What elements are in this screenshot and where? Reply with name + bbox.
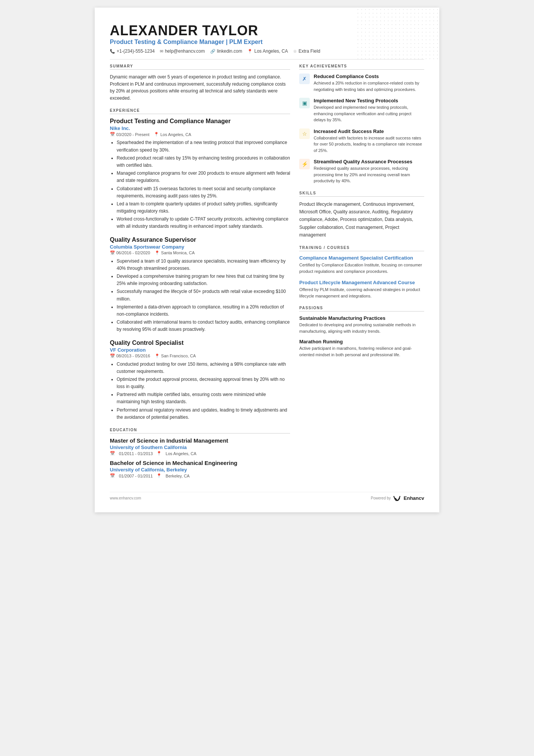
passion-item-1: Sustainable Manufacturing Practices Dedi… — [299, 315, 424, 334]
passion-desc-1: Dedicated to developing and promoting su… — [299, 322, 424, 334]
bullet-1-2: Reduced product recall rates by 15% by e… — [117, 155, 290, 169]
training-item-2: Product Lifecycle Management Advanced Co… — [299, 280, 424, 299]
brand-name: Enhancv — [404, 495, 424, 501]
calendar-icon-3: 📅 — [110, 354, 115, 358]
job-title-1: Product Testing and Compliance Manager — [110, 118, 290, 125]
achievement-icon-2: ▣ — [299, 98, 310, 108]
training-desc-1: Certified by Compliance Education Instit… — [299, 262, 424, 274]
education-label: EDUCATION — [110, 428, 290, 434]
calendar-icon-1: 📅 — [110, 132, 115, 137]
contact-website: 🔗 linkedin.com — [210, 49, 242, 54]
bullet-3-2: Optimized the product approval process, … — [117, 376, 290, 390]
training-title-2: Product Lifecycle Management Advanced Co… — [299, 280, 424, 285]
pin-icon-2: 📍 — [155, 250, 160, 255]
experience-label: EXPERIENCE — [110, 108, 290, 114]
header-divider — [110, 59, 424, 59]
job-location-3: 📍 San Francisco, CA — [155, 354, 196, 358]
achievement-text-2: Implemented New Testing Protocols Develo… — [314, 98, 424, 123]
location-icon: 📍 — [247, 49, 253, 54]
bullet-2-2: Developed a comprehensive training progr… — [117, 273, 290, 287]
achievement-desc-3: Collaborated with factories to increase … — [314, 135, 424, 154]
edu-meta-2: 📅 01/2007 - 01/2011 📍 Berkeley, CA — [110, 473, 290, 478]
job-bullets-1: Spearheaded the implementation of a new … — [110, 139, 290, 230]
job-meta-3: 📅 08/2013 - 05/2016 📍 San Francisco, CA — [110, 354, 290, 358]
edu-pin-icon-1: 📍 — [156, 451, 162, 456]
edu-cal-icon-2: 📅 — [110, 473, 115, 478]
experience-section: EXPERIENCE Product Testing and Complianc… — [110, 108, 290, 421]
location-text: Los Angeles, CA — [254, 49, 288, 54]
edu-school-2: University of California, Berkeley — [110, 467, 290, 473]
achievement-3: ☆ Increased Audit Success Rate Collabora… — [299, 128, 424, 154]
bullet-2-5: Collaborated with international teams to… — [117, 319, 290, 333]
candidate-title: Product Testing & Compliance Manager | P… — [110, 39, 424, 45]
edu-block-1: Master of Science in Industrial Manageme… — [110, 437, 290, 456]
bullet-2-1: Supervised a team of 10 quality assuranc… — [117, 258, 290, 272]
training-title-1: Compliance Management Specialist Certifi… — [299, 255, 424, 261]
job-block-2: Quality Assurance Supervisor Columbia Sp… — [110, 236, 290, 333]
achievement-title-3: Increased Audit Success Rate — [314, 128, 424, 134]
job-bullets-2: Supervised a team of 10 quality assuranc… — [110, 258, 290, 333]
training-section: TRAINING / COURSES Compliance Management… — [299, 246, 424, 299]
header: ALEXANDER TAYLOR Product Testing & Compl… — [110, 23, 424, 54]
achievement-desc-2: Developed and implemented new testing pr… — [314, 104, 424, 123]
achievement-icon-3: ☆ — [299, 128, 310, 139]
bullet-2-3: Successfully managed the lifecycle of 50… — [117, 288, 290, 302]
achievement-2: ▣ Implemented New Testing Protocols Deve… — [299, 98, 424, 123]
footer: www.enhancv.com Powered by Enhancv — [110, 492, 424, 501]
skills-label: SKILLS — [299, 191, 424, 197]
bullet-3-1: Conducted product testing for over 150 i… — [117, 361, 290, 375]
calendar-icon-2: 📅 — [110, 250, 115, 255]
passion-title-1: Sustainable Manufacturing Practices — [299, 315, 424, 321]
extra-text: Extra Field — [298, 49, 320, 54]
bullet-1-3: Managed compliance programs for over 200… — [117, 170, 290, 184]
passions-label: PASSIONS — [299, 306, 424, 311]
edu-degree-1: Master of Science in Industrial Manageme… — [110, 437, 290, 444]
email-icon: ✉ — [160, 49, 163, 54]
achievement-text-1: Reduced Compliance Costs Achieved a 20% … — [314, 74, 424, 92]
contact-extra: ☆ Extra Field — [293, 49, 320, 54]
job-title-2: Quality Assurance Supervisor — [110, 236, 290, 243]
powered-by-text: Powered by — [371, 496, 391, 500]
link-icon: 🔗 — [210, 49, 215, 54]
training-desc-2: Offered by PLM Institute, covering advan… — [299, 286, 424, 299]
contact-phone: 📞 +1-(234)-555-1234 — [110, 49, 155, 54]
bullet-1-4: Collaborated with 15 overseas factories … — [117, 185, 290, 200]
achievement-1: ✗ Reduced Compliance Costs Achieved a 20… — [299, 74, 424, 92]
bullet-1-5: Led a team to complete quarterly updates… — [117, 200, 290, 215]
job-meta-1: 📅 03/2020 - Present 📍 Los Angeles, CA — [110, 132, 290, 137]
achievements-label: KEY ACHIEVEMENTS — [299, 64, 424, 70]
pin-icon-3: 📍 — [155, 354, 160, 358]
training-item-1: Compliance Management Specialist Certifi… — [299, 255, 424, 274]
footer-website: www.enhancv.com — [110, 496, 141, 500]
phone-icon: 📞 — [110, 49, 115, 54]
achievement-title-2: Implemented New Testing Protocols — [314, 98, 424, 103]
achievements-section: KEY ACHIEVEMENTS ✗ Reduced Compliance Co… — [299, 64, 424, 184]
two-col-body: SUMMARY Dynamic manager with over 5 year… — [110, 64, 424, 485]
skills-text: Product lifecycle management, Continuous… — [299, 200, 424, 239]
training-label: TRAINING / COURSES — [299, 246, 424, 251]
contact-location: 📍 Los Angeles, CA — [247, 49, 288, 54]
skills-section: SKILLS Product lifecycle management, Con… — [299, 191, 424, 239]
email-text: help@enhancv.com — [165, 49, 205, 54]
achievement-title-4: Streamlined Quality Assurance Processes — [314, 159, 424, 164]
website-text: linkedin.com — [217, 49, 242, 54]
job-dates-3: 📅 08/2013 - 05/2016 — [110, 354, 150, 358]
achievement-4: ⚡ Streamlined Quality Assurance Processe… — [299, 159, 424, 184]
job-title-3: Quality Control Specialist — [110, 340, 290, 346]
job-dates-2: 📅 06/2016 - 02/2020 — [110, 250, 150, 255]
right-column: KEY ACHIEVEMENTS ✗ Reduced Compliance Co… — [299, 64, 424, 485]
job-company-3: VF Corporation — [110, 347, 290, 353]
bullet-2-4: Implemented a data-driven approach to co… — [117, 304, 290, 318]
job-company-2: Columbia Sportswear Company — [110, 244, 290, 250]
summary-section: SUMMARY Dynamic manager with over 5 year… — [110, 64, 290, 102]
bullet-3-4: Performed annual regulatory reviews and … — [117, 407, 290, 421]
achievement-icon-1: ✗ — [299, 74, 310, 84]
job-block-3: Quality Control Specialist VF Corporatio… — [110, 340, 290, 421]
bullet-3-3: Partnered with multiple certified labs, … — [117, 391, 290, 405]
edu-pin-icon-2: 📍 — [156, 473, 162, 478]
achievement-text-3: Increased Audit Success Rate Collaborate… — [314, 128, 424, 154]
achievement-title-1: Reduced Compliance Costs — [314, 74, 424, 79]
summary-label: SUMMARY — [110, 64, 290, 70]
bullet-1-6: Worked cross-functionally to update C-TP… — [117, 216, 290, 230]
job-location-2: 📍 Santa Monica, CA — [155, 250, 195, 255]
